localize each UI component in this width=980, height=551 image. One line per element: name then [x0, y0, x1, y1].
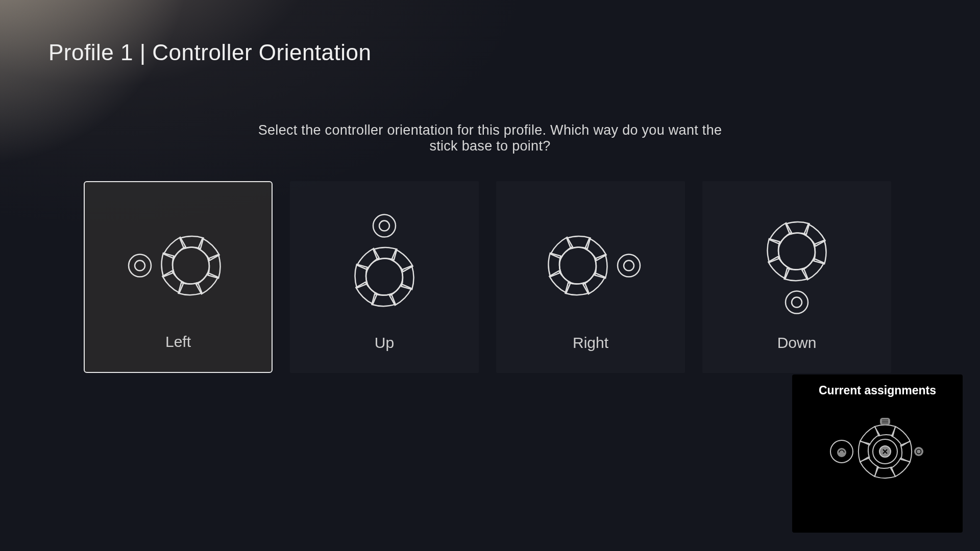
assignments-controller-icon — [802, 406, 952, 497]
svg-point-10 — [786, 291, 808, 314]
orientation-options: Left — [84, 181, 891, 373]
light-effect — [0, 0, 230, 204]
option-label: Up — [375, 334, 394, 352]
instruction-text: Select the controller orientation for th… — [245, 122, 735, 154]
svg-point-7 — [618, 255, 640, 277]
controller-right-icon — [532, 215, 649, 319]
svg-point-11 — [792, 297, 802, 308]
option-label: Right — [573, 334, 608, 352]
assignments-title: Current assignments — [802, 384, 952, 397]
orientation-option-down[interactable]: Down — [702, 181, 891, 373]
option-label: Left — [165, 333, 191, 350]
svg-point-18 — [837, 448, 846, 457]
svg-point-4 — [373, 215, 396, 237]
svg-point-15 — [914, 447, 923, 456]
orientation-option-up[interactable]: Up — [290, 181, 479, 373]
option-label: Down — [777, 334, 817, 352]
svg-point-8 — [624, 261, 634, 271]
controller-left-icon — [119, 215, 237, 319]
svg-point-1 — [129, 255, 151, 277]
svg-point-2 — [135, 261, 145, 271]
controller-up-icon — [333, 206, 435, 325]
orientation-option-right[interactable]: Right — [496, 181, 685, 373]
controller-down-icon — [746, 206, 848, 325]
current-assignments-panel: Current assignments — [792, 374, 963, 533]
orientation-option-left[interactable]: Left — [84, 181, 273, 373]
svg-point-5 — [379, 221, 389, 231]
page-title: Profile 1 | Controller Orientation — [48, 40, 371, 65]
